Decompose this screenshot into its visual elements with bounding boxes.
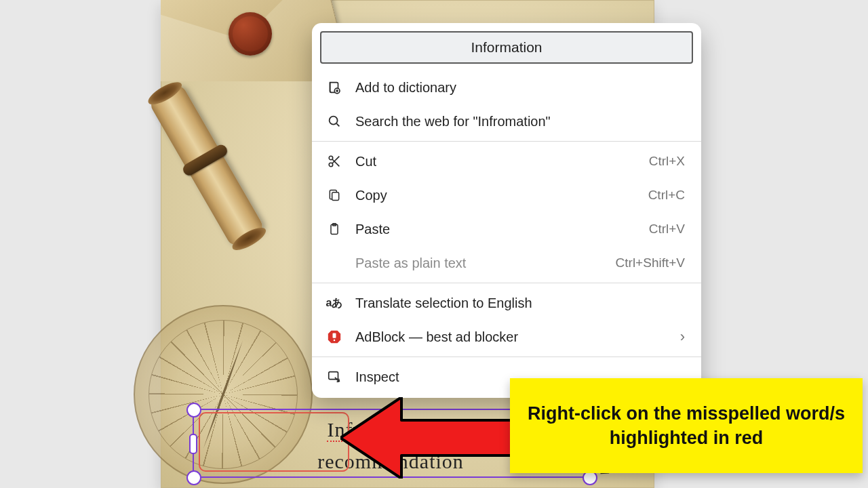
- paste-icon: [326, 220, 343, 238]
- adblock-icon: [326, 328, 343, 346]
- menu-separator: [312, 357, 701, 357]
- menu-paste[interactable]: Paste Ctrl+V: [312, 212, 701, 246]
- instruction-callout: Right-click on the misspelled word/s hig…: [510, 378, 863, 473]
- menu-copy[interactable]: Copy Ctrl+C: [312, 178, 701, 212]
- svg-point-2: [329, 163, 333, 167]
- menu-paste-plain: Paste as plain text Ctrl+Shift+V: [312, 246, 701, 280]
- blank-icon: [326, 254, 343, 272]
- shortcut: Ctrl+C: [648, 188, 685, 203]
- translate-icon: aあ: [326, 294, 343, 312]
- search-icon: [326, 113, 343, 130]
- dictionary-add-icon: [326, 79, 343, 96]
- svg-rect-8: [333, 333, 336, 338]
- svg-point-1: [330, 117, 338, 125]
- shortcut: Ctrl+V: [649, 222, 685, 237]
- resize-handle[interactable]: [186, 403, 201, 418]
- svg-point-3: [329, 156, 333, 160]
- resize-handle[interactable]: [186, 470, 201, 485]
- menu-add-to-dictionary[interactable]: Add to dictionary: [312, 70, 701, 104]
- menu-label: Paste: [355, 222, 637, 237]
- svg-point-9: [334, 340, 336, 342]
- menu-cut[interactable]: Cut Ctrl+X: [312, 144, 701, 178]
- context-menu: Information Add to dictionary Search the…: [312, 23, 701, 398]
- menu-separator: [312, 283, 701, 283]
- menu-label: Cut: [355, 154, 637, 169]
- svg-rect-10: [329, 372, 338, 380]
- chevron-right-icon: ›: [680, 328, 685, 346]
- menu-label: Paste as plain text: [355, 256, 604, 271]
- menu-label: AdBlock — best ad blocker: [355, 329, 668, 345]
- highlight-box: [199, 412, 349, 472]
- menu-separator: [312, 141, 701, 142]
- menu-label: Translate selection to English: [355, 296, 685, 311]
- menu-search-web[interactable]: Search the web for "Infromation": [312, 104, 701, 138]
- shortcut: Ctrl+X: [649, 154, 685, 169]
- menu-translate[interactable]: aあ Translate selection to English: [312, 286, 701, 320]
- wax-seal-icon: [229, 12, 272, 56]
- spelling-suggestion[interactable]: Information: [320, 31, 693, 64]
- menu-label: Copy: [355, 188, 636, 203]
- svg-rect-4: [332, 192, 339, 201]
- resize-handle[interactable]: [189, 434, 197, 454]
- menu-label: Add to dictionary: [355, 80, 685, 96]
- cut-icon: [326, 152, 343, 170]
- stage: Lorem i Ut e Fusce s hendrer diam e Nunc…: [0, 0, 868, 488]
- text-fragment: m: [432, 418, 454, 441]
- inspect-icon: [326, 368, 343, 386]
- menu-adblock[interactable]: AdBlock — best ad blocker ›: [312, 320, 701, 354]
- menu-label: Search the web for "Infromation": [355, 114, 685, 129]
- copy-icon: [326, 186, 343, 204]
- shortcut: Ctrl+Shift+V: [616, 256, 685, 270]
